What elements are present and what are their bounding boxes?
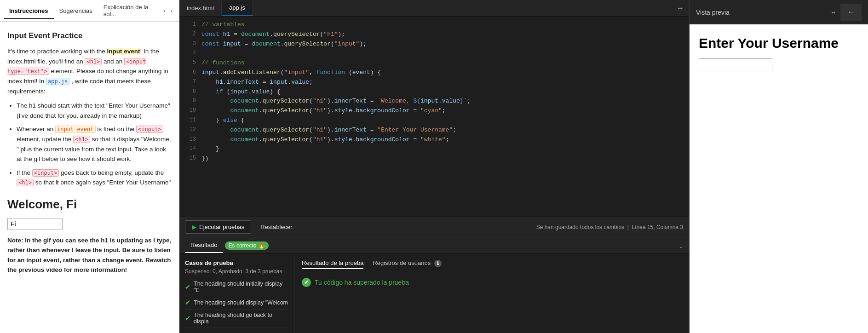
code-line-14: 14 } [179,144,689,154]
code-content-5: // functions [201,58,245,68]
line-num-3: 3 [183,40,196,48]
code-line-11: 11 } else { [179,116,689,126]
preview-header: Vista previa ↔ ← [690,0,868,24]
preview-text-input[interactable] [699,58,772,71]
code-line-8: 8 if (input.value) { [179,87,689,97]
code-line-4: 4 [179,49,689,58]
code-editor[interactable]: 1 // variables 2 const h1 = document.que… [179,17,689,217]
code-content-8: if (input.value) { [201,87,281,97]
line-num-13: 13 [183,135,196,144]
line-num-10: 10 [183,106,196,115]
test-cases-panel: Casos de prueba Suspenso: 0, Aprobado: 3… [179,254,294,333]
tab-sugerencias[interactable]: Sugerencias [54,4,98,19]
test-label-3: The heading should go back to displa [194,312,288,325]
editor-tabs: index.html app.js ↔ [179,0,689,17]
cursor-position: Línea 15, Columna 3 [632,224,683,230]
line-num-4: 4 [183,49,196,57]
input-empty-tag: <input> [32,169,59,177]
line-num-11: 11 [183,116,196,125]
separator: | [626,224,632,230]
test-result-panel: Resultado de la prueba Registros de usua… [294,254,689,333]
left-content: Input Event Practice It's time to practi… [0,22,179,333]
check-icon-2: ✔ [185,299,191,307]
results-tabs: Resultado Es correcto 🔥 ↓ [179,237,689,254]
code-line-5: 5 // functions [179,58,689,68]
code-content-9: document.querySelector("h1").innerText =… [201,97,471,106]
tab-instrucciones[interactable]: Instrucciones [4,4,54,19]
preview-content: Enter Your Username [690,24,868,333]
left-panel: Instrucciones Sugerencias Explicación de… [0,0,179,333]
info-icon: ℹ [434,260,442,267]
line-num-9: 9 [183,97,196,105]
success-icon: ✔ [302,278,311,287]
code-content-14: } [201,144,219,154]
test-result-tabs: Resultado de la prueba Registros de usua… [302,259,681,272]
success-message: ✔ Tu código ha superado la prueba [302,278,681,287]
preview-input[interactable] [7,218,63,230]
save-status: Se han guardado todos los cambios [536,224,624,230]
requirements-list: The h1 should start with the text "Enter… [17,101,172,188]
result-detail-tab[interactable]: Resultado de la prueba [302,259,363,269]
reset-button[interactable]: Restablecer [256,221,297,233]
success-text: Tu código ha superado la prueba [315,279,409,286]
user-log-label: Registros de usuarios [373,259,431,266]
run-tests-button[interactable]: ▶ Ejecutar pruebas [185,220,251,234]
test-item-1[interactable]: ✔ The heading should initially display "… [185,278,288,296]
code-line-9: 9 document.querySelector("h1").innerText… [179,97,689,106]
line-num-6: 6 [183,68,196,77]
code-content-13: document.querySelector("h1").style.backg… [201,135,449,145]
tabs-forward-arrow[interactable]: › [161,5,168,16]
collapse-icon[interactable]: ↓ [679,241,683,250]
line-num-15: 15 [183,154,196,163]
result-tab[interactable]: Resultado [185,238,223,253]
results-panel: Resultado Es correcto 🔥 ↓ Casos de prueb… [179,237,689,333]
test-item-3[interactable]: ✔ The heading should go back to displa [185,310,288,327]
note-label: Note: In the gif you can see the h1 is u… [7,237,171,274]
line-num-8: 8 [183,87,196,96]
tab-explicacion[interactable]: Explicación de la sol... [98,0,161,22]
input-event-highlight: input event [107,48,140,55]
h1-empty-tag: <h1> [17,179,34,186]
code-line-13: 13 document.querySelector("h1").style.ba… [179,135,689,145]
code-content-1: // variables [201,20,245,30]
code-content-11: } else { [201,116,245,126]
code-line-2: 2 const h1 = document.querySelector("h1"… [179,30,689,40]
correct-badge: Es correcto 🔥 [225,241,269,250]
h1-tag: <h1> [85,58,102,65]
tab-index-html[interactable]: index.html [179,1,222,15]
line-num-7: 7 [183,78,196,86]
left-tabs: Instrucciones Sugerencias Explicación de… [0,0,179,22]
code-line-1: 1 // variables [179,20,689,30]
input-event-tag: input event [55,126,95,133]
play-icon: ▶ [192,224,196,230]
tab-app-js[interactable]: app.js [222,0,253,16]
req-3: If the <input> goes back to being empty,… [17,168,172,188]
req-1: The h1 should start with the text "Enter… [17,101,172,121]
line-num-12: 12 [183,126,196,134]
code-line-3: 3 const input = document.querySelector("… [179,40,689,49]
input-el-tag: <input> [136,126,163,133]
code-line-7: 7 h1.innerText = input.value; [179,78,689,87]
code-content-15: }) [201,154,209,164]
req-2: Whenever an input event is fired on the … [17,124,172,164]
preview-heading: Welcome, Fi [7,195,172,214]
code-content-4 [201,49,205,58]
test-cases-title: Casos de prueba [185,259,288,266]
line-num-2: 2 [183,30,196,39]
correct-label: Es correcto 🔥 [229,242,265,249]
appjs-tag: app.js [46,78,69,85]
preview-main-heading: Enter Your Username [699,35,859,51]
test-item-2[interactable]: ✔ The heading should display "Welcom [185,296,288,310]
test-label-1: The heading should initially display "E [194,281,288,293]
run-tests-label: Ejecutar pruebas [199,224,244,230]
section-title: Input Event Practice [7,29,172,42]
results-body: Casos de prueba Suspenso: 0, Aprobado: 3… [179,254,689,333]
editor-arrows[interactable]: ↔ [672,4,689,12]
code-line-12: 12 document.querySelector("h1").innerTex… [179,126,689,135]
preview-header-arrows: ↔ [830,9,837,16]
editor-toolbar: ▶ Ejecutar pruebas Restablecer Se han gu… [179,217,689,237]
user-log-tab[interactable]: Registros de usuarios ℹ [373,259,441,269]
tabs-back-arrow[interactable]: ‹ [168,5,176,16]
preview-back-button[interactable]: ← [840,4,862,21]
test-label-2: The heading should display "Welcom [194,299,288,306]
